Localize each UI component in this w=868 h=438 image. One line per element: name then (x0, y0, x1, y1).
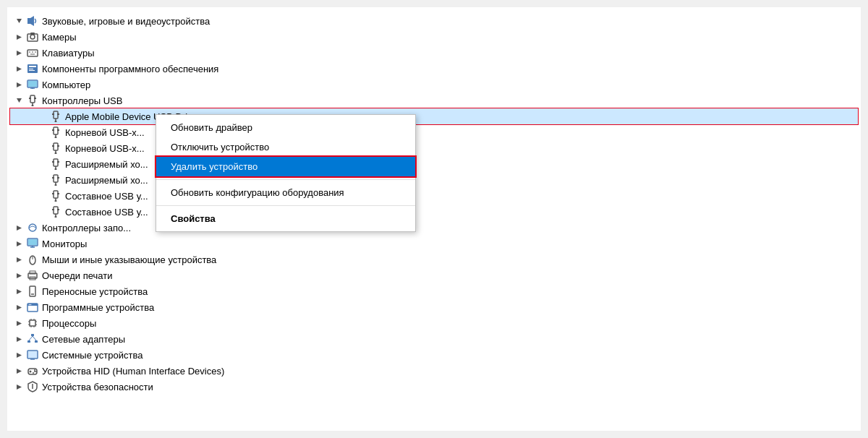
menu-separator (156, 205, 415, 206)
svg-point-36 (55, 137, 57, 139)
svg-marker-0 (17, 19, 22, 23)
hid-icon (26, 364, 39, 377)
expand-icon[interactable] (13, 238, 25, 249)
menu-item-label: Свойства (171, 213, 216, 224)
expand-icon[interactable] (13, 222, 25, 233)
menu-item-label: Обновить конфигурацию оборудования (171, 187, 344, 198)
tree-item-label: Корневой USB-х... (65, 127, 145, 138)
tree-item-usb-controllers[interactable]: Контроллеры USB (10, 93, 858, 108)
controller-icon (26, 221, 39, 234)
tree-item-keyboards[interactable]: Клавиатуры (10, 45, 858, 61)
tree-item-software[interactable]: Компоненты программного обеспечения (10, 61, 858, 77)
network-icon (26, 332, 39, 345)
expand-icon[interactable] (36, 111, 48, 122)
expand-icon[interactable] (13, 79, 25, 90)
tree-item-cameras[interactable]: Камеры (10, 29, 858, 45)
tree-item-processors[interactable]: Процессоры (10, 315, 858, 331)
expand-icon[interactable] (36, 126, 48, 138)
svg-point-108 (30, 371, 32, 373)
tree-item-hid[interactable]: Устройства HID (Human Interface Devices) (10, 363, 858, 379)
tree-item-label: Контроллеры запо... (42, 223, 131, 233)
tree-item-print-queues[interactable]: Очереди печати (10, 267, 858, 283)
tree-item-flash-controllers[interactable]: Контроллеры запо... (10, 220, 858, 236)
svg-rect-43 (57, 145, 59, 147)
tree-item-monitors[interactable]: Мониторы (10, 236, 858, 252)
tree-item-network[interactable]: Сетевые адаптеры (10, 331, 858, 347)
svg-point-110 (35, 371, 37, 372)
tree-item-programs[interactable]: Программные устройства (10, 299, 858, 315)
tree-item-label: Компоненты программного обеспечения (42, 64, 218, 74)
tree-item-root-usb-2[interactable]: Корневой USB-х... (10, 140, 858, 156)
expand-icon[interactable] (13, 47, 25, 59)
menu-item-label: Удалить устройство (171, 161, 258, 172)
svg-rect-27 (29, 98, 31, 99)
svg-rect-20 (28, 81, 37, 87)
svg-rect-47 (52, 161, 54, 163)
svg-point-46 (55, 168, 57, 171)
menu-item-uninstall-device[interactable]: Удалить устройство (156, 157, 415, 176)
usb-device-icon (49, 158, 62, 171)
tree-item-label: Клавиатуры (42, 48, 95, 59)
tree-item-apple-driver[interactable]: Apple Mobile Device USB Driver (10, 108, 858, 124)
expand-icon[interactable] (36, 190, 48, 202)
menu-item-properties[interactable]: Свойства (156, 209, 415, 228)
expand-icon[interactable] (13, 301, 25, 313)
svg-marker-13 (17, 66, 22, 72)
expand-icon[interactable] (36, 206, 48, 218)
tree-item-root-usb-1[interactable]: Корневой USB-х... (10, 124, 858, 140)
software-icon (26, 62, 39, 75)
menu-item-update-hardware[interactable]: Обновить конфигурацию оборудования (156, 183, 415, 202)
svg-marker-3 (17, 35, 22, 40)
svg-rect-16 (29, 69, 33, 69)
expand-icon[interactable] (13, 270, 25, 281)
menu-item-label: Обновить драйвер (171, 122, 252, 133)
tree-item-computer[interactable]: Компьютер (10, 77, 858, 93)
svg-point-111 (33, 372, 34, 374)
svg-rect-97 (31, 334, 34, 336)
svg-marker-71 (17, 257, 22, 262)
tree-item-security[interactable]: Устройства безопасности (10, 379, 858, 395)
expand-icon[interactable] (13, 63, 25, 74)
expand-icon[interactable] (36, 142, 48, 154)
menu-separator (156, 179, 415, 180)
expand-icon[interactable] (13, 15, 25, 27)
expand-icon[interactable] (13, 254, 25, 265)
cpu-icon (26, 317, 39, 330)
expand-icon[interactable] (13, 349, 25, 361)
svg-rect-99 (35, 340, 38, 343)
tree-item-ext-hub-1[interactable]: Расширяемый хо... (10, 156, 858, 172)
monitor-icon (26, 237, 39, 250)
usb-device-icon (49, 173, 62, 186)
tree-item-label: Переносные устройства (42, 286, 148, 297)
expand-icon[interactable] (13, 95, 25, 106)
svg-marker-106 (17, 369, 22, 374)
menu-item-update-driver[interactable]: Обновить драйвер (156, 118, 415, 137)
tree-item-system[interactable]: Системные устройства (10, 347, 858, 363)
portable-icon (26, 285, 39, 298)
usb-device-icon (49, 189, 62, 202)
expand-icon[interactable] (13, 317, 25, 329)
tree-item-ext-hub-2[interactable]: Расширяемый хо... (10, 172, 858, 188)
tree-item-composite-1[interactable]: Составное USB у... (10, 188, 858, 204)
tree-item-label: Контроллеры USB (42, 95, 122, 106)
tree-item-label: Камеры (42, 32, 77, 43)
svg-point-31 (55, 121, 57, 123)
svg-rect-33 (57, 113, 59, 115)
expand-icon[interactable] (13, 381, 25, 392)
svg-rect-98 (27, 340, 30, 343)
expand-icon[interactable] (36, 158, 48, 170)
menu-item-disable-device[interactable]: Отключить устройство (156, 137, 415, 157)
svg-marker-81 (17, 305, 22, 310)
tree-item-portable[interactable]: Переносные устройства (10, 283, 858, 299)
expand-icon[interactable] (36, 174, 48, 186)
expand-icon[interactable] (13, 333, 25, 345)
tree-item-label: Составное USB у... (65, 207, 148, 218)
svg-rect-37 (52, 129, 54, 131)
expand-icon[interactable] (13, 285, 25, 297)
tree-item-composite-2[interactable]: Составное USB у... (10, 204, 858, 220)
expand-icon[interactable] (13, 365, 25, 377)
expand-icon[interactable] (13, 31, 25, 43)
tree-item-sound[interactable]: Звуковые, игровые и видеоустройства (10, 13, 858, 29)
tree-item-mice[interactable]: Мыши и иные указывающие устройства (10, 252, 858, 267)
device-manager: Звуковые, игровые и видеоустройстваКамер… (0, 0, 868, 438)
